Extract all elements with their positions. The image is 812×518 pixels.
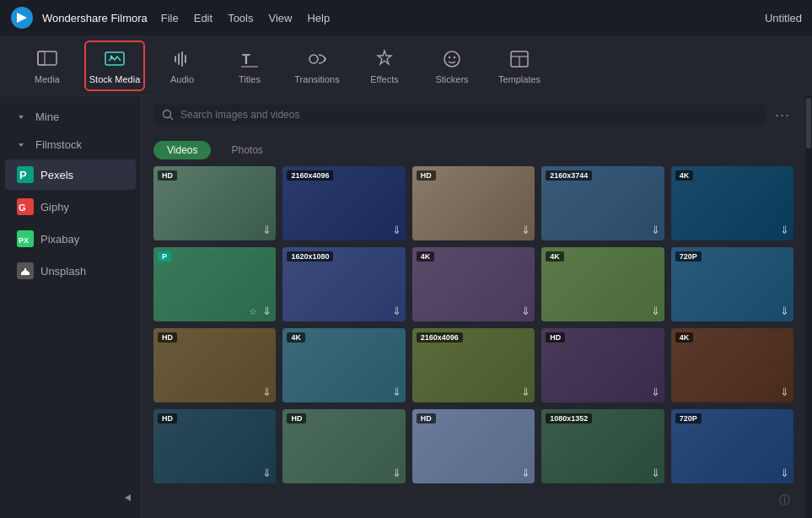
more-options-btn[interactable]: ··· [772,106,793,124]
toolbar-item-stock-media[interactable]: Stock Media [84,40,145,91]
svg-point-9 [449,56,450,57]
sidebar-collapse-btn[interactable] [0,484,141,511]
video-thumbnail[interactable]: 1080x1352⇓ [541,409,664,483]
download-icon[interactable]: ⇓ [780,467,789,479]
search-input[interactable] [180,109,756,121]
svg-point-4 [110,55,113,57]
menu-file[interactable]: File [161,12,179,24]
video-thumbnail[interactable]: 4K⇓ [671,166,793,240]
toolbar-item-titles[interactable]: T Titles [219,40,280,91]
video-thumbnail[interactable]: 4K⇓ [671,328,793,402]
thumbnail-badge: 4K [546,251,564,262]
download-icon[interactable]: ⇓ [651,305,660,317]
svg-point-7 [309,55,318,63]
download-icon[interactable]: ⇓ [651,386,660,398]
video-thumbnail[interactable]: 720P⇓ [671,409,793,483]
search-input-wrapper[interactable] [153,105,765,125]
download-icon[interactable]: ⇓ [262,224,272,236]
menu-view[interactable]: View [268,12,292,24]
grid-row-1: P⇓☆1620x1080⇓4K⇓4K⇓720P⇓ [153,247,793,321]
sidebar-item-mine[interactable]: Mine [5,104,136,130]
content-area: ··· Videos Photos HD⇓2160x4096⇓HD⇓2160x3… [142,96,805,518]
menu-edit[interactable]: Edit [194,12,212,24]
video-thumbnail[interactable]: 2160x4096⇓ [282,166,405,240]
menu-help[interactable]: Help [307,12,330,24]
toolbar-item-transitions[interactable]: Transitions [287,40,347,91]
sidebar-item-unsplash[interactable]: Unsplash [5,256,136,286]
download-icon[interactable]: ⇓ [392,305,401,317]
thumbnail-badge: P [158,251,171,262]
toolbar-item-effects[interactable]: Effects [354,40,415,91]
download-icon[interactable]: ⇓ [521,224,530,236]
video-thumbnail[interactable]: HD⇓ [153,328,276,402]
svg-rect-3 [105,52,124,65]
scrollbar[interactable] [805,96,812,518]
svg-point-10 [454,56,455,57]
video-thumbnail[interactable]: HD⇓ [153,166,276,240]
download-icon[interactable]: ⇓ [521,386,530,398]
toolbar-item-templates[interactable]: Templates [489,40,550,91]
toolbar-label-stickers: Stickers [435,74,468,84]
sidebar-item-filmstock[interactable]: Filmstock [5,132,136,158]
thumbnail-badge: HD [158,170,177,181]
info-icon[interactable]: ⓘ [779,493,790,508]
video-thumbnail[interactable]: 4K⇓ [541,247,664,321]
svg-text:G: G [19,202,26,213]
download-icon[interactable]: ⇓ [780,305,789,317]
download-icon[interactable]: ⇓ [521,467,530,479]
tab-bar: Videos Photos [142,134,805,166]
video-thumbnail[interactable]: HD⇓ [412,166,535,240]
sidebar-item-giphy[interactable]: G Giphy [5,192,136,222]
thumbnail-badge: HD [287,413,306,424]
search-bar: ··· [142,96,805,134]
grid-row-0: HD⇓2160x4096⇓HD⇓2160x3744⇓4K⇓ [153,166,793,240]
toolbar-item-audio[interactable]: Audio [152,40,212,91]
video-thumbnail[interactable]: HD⇓ [541,328,664,402]
download-icon[interactable]: ⇓ [392,467,401,479]
search-icon [162,109,174,121]
star-icon[interactable]: ☆ [249,306,257,317]
video-thumbnail[interactable]: HD⇓ [153,409,276,483]
video-thumbnail[interactable]: 2160x3744⇓ [541,166,664,240]
download-icon[interactable]: ⇓ [392,224,401,236]
video-thumbnail[interactable]: HD⇓ [412,409,535,483]
svg-marker-15 [19,143,24,147]
toolbar-label-titles: Titles [239,74,261,84]
video-thumbnail[interactable]: 4K⇓ [282,328,405,402]
scrollbar-thumb[interactable] [806,98,811,148]
download-icon[interactable]: ⇓ [262,305,272,317]
sidebar: Mine Filmstock P Pexels G Giphy [0,96,142,518]
sidebar-item-pixabay[interactable]: PX Pixabay [5,224,136,254]
download-icon[interactable]: ⇓ [780,386,789,398]
svg-text:T: T [242,52,250,67]
menu-tools[interactable]: Tools [228,12,253,24]
svg-line-25 [170,117,174,121]
titlebar: Wondershare Filmora File Edit Tools View… [0,0,812,35]
download-icon[interactable]: ⇓ [651,467,660,479]
sidebar-item-pexels[interactable]: P Pexels [5,159,136,190]
sidebar-item-pexels-label: Pexels [40,169,73,181]
toolbar: Media Stock Media Audio T Titles Transit… [0,35,812,96]
toolbar-item-stickers[interactable]: Stickers [422,40,482,91]
thumbnail-badge: 4K [417,251,435,262]
video-thumbnail[interactable]: 720P⇓ [671,247,793,321]
video-thumbnail[interactable]: 4K⇓ [412,247,535,321]
download-icon[interactable]: ⇓ [262,467,272,479]
toolbar-item-media[interactable]: Media [17,40,78,91]
sidebar-item-mine-label: Mine [35,111,59,123]
svg-point-24 [164,111,171,118]
download-icon[interactable]: ⇓ [392,386,401,398]
tab-photos[interactable]: Photos [218,141,276,159]
video-thumbnail[interactable]: 1620x1080⇓ [282,247,405,321]
tab-videos[interactable]: Videos [153,141,211,159]
download-icon[interactable]: ⇓ [521,305,530,317]
download-icon[interactable]: ⇓ [780,224,789,236]
app-logo [10,6,34,30]
video-thumbnail[interactable]: 2160x4096⇓ [412,328,535,402]
video-thumbnail[interactable]: HD⇓ [282,409,405,483]
download-icon[interactable]: ⇓ [262,386,272,398]
download-icon[interactable]: ⇓ [651,224,660,236]
video-thumbnail[interactable]: P⇓☆ [153,247,276,321]
toolbar-label-templates: Templates [498,74,540,84]
grid-row-2: HD⇓4K⇓2160x4096⇓HD⇓4K⇓ [153,328,793,402]
